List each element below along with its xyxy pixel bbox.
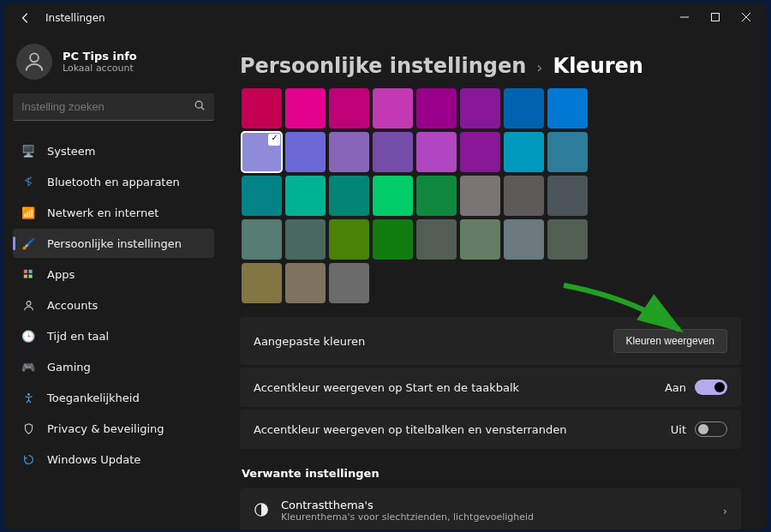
nav-systeem[interactable]: 🖥️ Systeem — [13, 136, 214, 165]
color-swatch[interactable] — [373, 219, 413, 260]
minimize-button[interactable] — [679, 12, 691, 24]
bluetooth-icon — [21, 175, 35, 188]
breadcrumb-parent[interactable]: Persoonlijke instellingen — [240, 54, 526, 78]
breadcrumb-current: Kleuren — [553, 54, 643, 78]
svg-point-3 — [195, 101, 202, 108]
search-box[interactable] — [13, 93, 214, 121]
contrast-themes-link[interactable]: Contrastthema's Kleurenthema's voor slec… — [240, 488, 741, 529]
settings-window: Instellingen PC Tips info Lokaal account — [4, 3, 767, 529]
color-swatch[interactable] — [547, 219, 588, 260]
nav-label: Windows Update — [47, 453, 140, 466]
nav-label: Persoonlijke instellingen — [47, 237, 182, 250]
color-swatch[interactable] — [285, 132, 326, 172]
color-swatch[interactable] — [285, 88, 326, 129]
color-swatch[interactable] — [504, 132, 544, 172]
nav-label: Accounts — [47, 299, 98, 312]
show-colors-button[interactable]: Kleuren weergeven — [613, 329, 727, 353]
user-name: PC Tips info — [63, 50, 137, 63]
back-button[interactable] — [20, 12, 32, 24]
nav-time[interactable]: 🕒 Tijd en taal — [13, 321, 214, 350]
nav-privacy[interactable]: Privacy & beveiliging — [13, 414, 214, 443]
display-icon: 🖥️ — [21, 144, 35, 158]
accent-title-toggle[interactable] — [695, 421, 727, 437]
color-swatch[interactable] — [373, 88, 413, 129]
color-swatch[interactable] — [242, 88, 282, 129]
color-swatch[interactable] — [329, 88, 369, 129]
accent-start-value: Aan — [665, 381, 686, 394]
accessibility-icon — [21, 391, 35, 404]
nav-accounts[interactable]: Accounts — [13, 290, 214, 320]
color-swatch[interactable] — [416, 219, 457, 260]
apps-icon — [21, 267, 35, 281]
brush-icon: 🖌️ — [21, 236, 35, 250]
svg-rect-7 — [23, 274, 27, 278]
color-swatch[interactable] — [504, 88, 544, 129]
color-swatch[interactable] — [242, 219, 282, 260]
shield-icon — [21, 421, 35, 435]
svg-rect-5 — [23, 269, 27, 272]
svg-point-10 — [27, 392, 30, 395]
color-swatch[interactable] — [460, 176, 500, 216]
sidebar: PC Tips info Lokaal account 🖥️ Systeem — [4, 33, 223, 529]
nav-accessibility[interactable]: Toegankelijkheid — [13, 383, 214, 412]
color-swatch[interactable] — [285, 176, 326, 216]
nav-label: Bluetooth en apparaten — [47, 176, 180, 188]
color-swatch[interactable] — [504, 176, 544, 216]
color-swatch[interactable] — [547, 88, 588, 129]
color-swatch[interactable] — [460, 219, 500, 260]
color-swatch[interactable] — [329, 132, 369, 172]
accent-start-row: Accentkleur weergeven op Start en de taa… — [240, 368, 741, 407]
color-swatch[interactable] — [373, 132, 413, 172]
nav-apps[interactable]: Apps — [13, 260, 214, 289]
person-icon — [21, 298, 35, 312]
svg-line-4 — [201, 107, 204, 110]
search-input[interactable] — [21, 100, 194, 113]
color-swatch[interactable] — [285, 263, 326, 303]
contrast-title: Contrastthema's — [281, 499, 534, 511]
chevron-right-icon: › — [536, 58, 542, 76]
color-swatch[interactable] — [547, 132, 588, 172]
close-button[interactable] — [741, 12, 753, 24]
nav-network[interactable]: 📶 Netwerk en internet — [13, 198, 214, 227]
wifi-icon: 📶 — [21, 206, 35, 219]
svg-point-2 — [30, 53, 39, 62]
nav-update[interactable]: Windows Update — [13, 445, 214, 474]
accent-start-label: Accentkleur weergeven op Start en de taa… — [254, 381, 665, 394]
maximize-button[interactable] — [710, 12, 722, 24]
custom-colors-row: Aangepaste kleuren Kleuren weergeven — [240, 317, 741, 365]
color-swatch[interactable] — [416, 88, 457, 129]
svg-rect-1 — [712, 14, 720, 21]
accent-start-toggle[interactable] — [695, 380, 727, 395]
svg-rect-6 — [28, 269, 32, 272]
accent-title-row: Accentkleur weergeven op titelbalken en … — [240, 409, 741, 449]
color-swatch[interactable] — [416, 176, 457, 216]
color-swatch[interactable] — [242, 263, 282, 303]
window-controls — [679, 12, 758, 24]
color-swatch[interactable] — [242, 132, 282, 172]
color-swatch[interactable] — [242, 176, 282, 216]
nav-label: Systeem — [47, 145, 95, 158]
nav-label: Toegankelijkheid — [47, 392, 140, 404]
svg-rect-8 — [28, 274, 32, 278]
nav-bluetooth[interactable]: Bluetooth en apparaten — [13, 167, 214, 196]
color-swatch[interactable] — [504, 219, 544, 260]
color-swatch[interactable] — [285, 219, 326, 260]
color-swatch[interactable] — [416, 132, 457, 172]
color-swatch[interactable] — [460, 132, 500, 172]
color-swatch[interactable] — [329, 176, 369, 216]
update-icon — [21, 452, 35, 466]
gamepad-icon: 🎮 — [21, 360, 35, 374]
color-swatch[interactable] — [329, 219, 369, 260]
color-swatch[interactable] — [329, 263, 369, 303]
nav-personalization[interactable]: 🖌️ Persoonlijke instellingen — [13, 229, 214, 258]
accent-color-grid — [240, 88, 741, 317]
user-block[interactable]: PC Tips info Lokaal account — [13, 37, 214, 93]
nav-label: Privacy & beveiliging — [47, 422, 164, 435]
contrast-icon — [254, 502, 269, 520]
color-swatch[interactable] — [547, 176, 588, 216]
user-sub: Lokaal account — [63, 63, 137, 74]
nav-gaming[interactable]: 🎮 Gaming — [13, 352, 214, 381]
color-swatch[interactable] — [460, 88, 500, 129]
nav-label: Tijd en taal — [47, 330, 109, 343]
color-swatch[interactable] — [373, 176, 413, 216]
